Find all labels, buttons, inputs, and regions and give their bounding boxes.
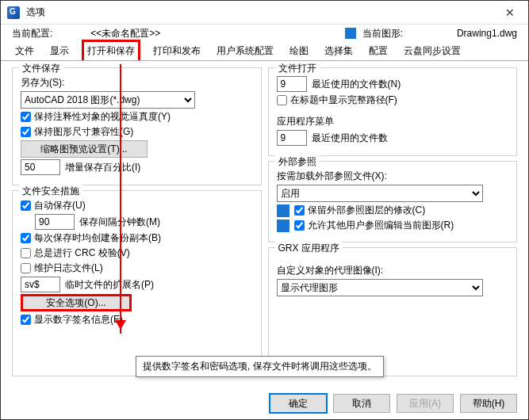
tab-profiles[interactable]: 配置 [366,42,391,60]
size-compat-check[interactable]: 保持图形尺寸兼容性(G) [21,125,133,139]
tooltip: 提供数字签名和密码选项, 保存文件时将调用这些选项。 [136,356,384,377]
file-open-header: 文件打开 [275,62,320,75]
xref-edit-check[interactable]: 允许其他用户参照编辑当前图形(R) [294,219,454,232]
left-column: 文件保存 另存为(S): AutoCAD 2018 图形(*.dwg) 保持注释… [12,67,262,376]
titlebar: 选项 ✕ [1,1,528,25]
grx-header: GRX 应用程序 [275,242,343,255]
current-profile-label: 当前配置: [12,27,52,40]
current-drawing-label: 当前图形: [362,27,403,40]
file-save-header: 文件保存 [19,62,63,75]
group-file-open: 文件打开 最近使用的文件数(N) 在标题中显示完整路径(F) 应用程序菜单 最近… [268,67,518,156]
tab-display[interactable]: 显示 [47,42,72,60]
appmenu-recent-input[interactable] [277,130,307,146]
autosave-interval-input[interactable] [35,214,75,230]
ok-button[interactable]: 确定 [270,394,327,413]
recent-files-label: 最近使用的文件数(N) [312,78,401,91]
apply-button[interactable]: 应用(A) [397,394,454,413]
config-row: 当前配置: <<未命名配置>> 当前图形: Drawing1.dwg [1,25,528,42]
app-logo-icon [7,6,20,19]
current-drawing-value: Drawing1.dwg [457,28,517,39]
dialog-footer: 确定 取消 应用(A) 帮助(H) [270,394,517,413]
digital-sig-check[interactable]: 显示数字签名信息(E) [21,313,123,326]
proxy-label: 自定义对象的代理图像(I): [277,264,384,277]
tab-draft[interactable]: 绘图 [286,42,312,60]
recent-files-input[interactable] [277,76,307,92]
xref-layer-icon [277,204,289,217]
tab-print[interactable]: 打印和发布 [150,42,204,60]
log-check[interactable]: 维护日志文件(L) [21,262,103,275]
thumbnail-settings-button[interactable]: 缩略图预览设置(T)... [21,140,148,158]
group-file-save: 文件保存 另存为(S): AutoCAD 2018 图形(*.dwg) 保持注释… [12,67,262,185]
backup-check[interactable]: 每次保存时均创建备份副本(B) [21,231,161,245]
tab-bar: 文件 显示 打开和保存 打印和发布 用户系统配置 绘图 选择集 配置 云盘同步设… [1,42,528,61]
proxy-select[interactable]: 显示代理图形 [277,279,483,296]
group-xref: 外部参照 按需加载外部参照文件(X): 启用 保留外部参照图层的修改(C) 允许… [268,161,518,242]
close-icon[interactable]: ✕ [498,6,522,19]
annot-fidelity-check[interactable]: 保持注释性对象的视觉逼真度(Y) [21,110,171,124]
current-profile-value: <<未命名配置>> [90,27,160,40]
app-menu-header: 应用程序菜单 [277,115,334,128]
right-column: 文件打开 最近使用的文件数(N) 在标题中显示完整路径(F) 应用程序菜单 最近… [268,67,518,376]
help-button[interactable]: 帮助(H) [460,394,517,413]
fullpath-check[interactable]: 在标题中显示完整路径(F) [277,94,397,107]
tab-user-sys[interactable]: 用户系统配置 [213,42,277,60]
cancel-button[interactable]: 取消 [333,394,390,413]
xref-load-label: 按需加载外部参照文件(X): [277,170,387,183]
save-as-label: 另存为(S): [21,76,64,90]
xref-load-select[interactable]: 启用 [277,185,483,202]
tab-cloud[interactable]: 云盘同步设置 [401,42,464,60]
tab-open-save[interactable]: 打开和保存 [82,40,140,60]
xref-edit-icon [277,220,289,232]
tab-file[interactable]: 文件 [12,42,37,60]
temp-ext-input[interactable] [21,277,60,292]
save-format-select[interactable]: AutoCAD 2018 图形(*.dwg) [21,91,195,109]
tab-selection[interactable]: 选择集 [321,42,356,60]
drawing-icon [345,28,356,39]
xref-layer-check[interactable]: 保留外部参照图层的修改(C) [294,204,426,217]
group-file-safety: 文件安全措施 自动保存(U) 保存间隔分钟数(M) 每次保存时均创建备份副本(B… [12,190,262,376]
autosave-check[interactable]: 自动保存(U) [21,199,86,212]
security-options-button[interactable]: 安全选项(O)... [21,294,132,311]
crc-check[interactable]: 总是进行 CRC 校验(V) [21,246,130,260]
temp-ext-label: 临时文件的扩展名(P) [65,278,154,292]
window-title: 选项 [26,6,498,19]
incr-save-label: 增量保存百分比(I) [65,161,140,174]
xref-header: 外部参照 [275,155,320,169]
file-safety-header: 文件安全措施 [19,185,82,198]
incr-save-input[interactable] [21,159,60,175]
autosave-interval-label: 保存间隔分钟数(M) [79,216,160,229]
appmenu-recent-label: 最近使用的文件数 [312,132,388,145]
